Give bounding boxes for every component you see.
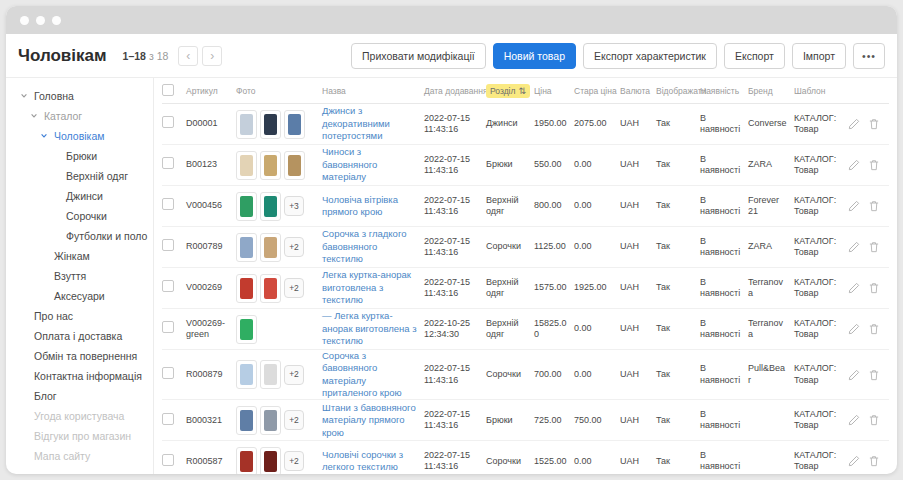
product-name-link[interactable]: Джинси з декоративними потертостями (322, 105, 390, 141)
more-actions-button[interactable]: ••• (853, 43, 885, 69)
product-photo[interactable] (260, 274, 281, 303)
product-photo[interactable] (236, 274, 257, 303)
sidebar-item[interactable]: Головна (6, 86, 153, 106)
product-photo[interactable] (284, 110, 305, 139)
column-header-currency[interactable]: Валюта (620, 86, 656, 96)
product-photo[interactable] (260, 110, 281, 139)
pagination-prev-button[interactable]: ‹ (178, 46, 198, 66)
product-photo[interactable] (236, 447, 257, 474)
export-characteristics-button[interactable]: Експорт характеристик (583, 43, 717, 69)
sidebar-item[interactable]: Відгуки про магазин (6, 426, 153, 446)
delete-icon[interactable] (868, 455, 880, 467)
edit-icon[interactable] (848, 414, 860, 426)
edit-icon[interactable] (848, 200, 860, 212)
product-photo[interactable] (236, 360, 257, 389)
sidebar-item[interactable]: Блог (6, 386, 153, 406)
sidebar-item[interactable]: Сорочки (6, 206, 153, 226)
sidebar-item[interactable]: Жінкам (6, 246, 153, 266)
product-name-link[interactable]: Штани з бавовняного матеріалу прямого кр… (322, 402, 416, 438)
edit-icon[interactable] (848, 282, 860, 294)
more-photos-badge[interactable]: +2 (284, 365, 304, 385)
more-photos-badge[interactable]: +2 (284, 278, 304, 298)
sidebar-item[interactable]: Обмін та повернення (6, 346, 153, 366)
row-checkbox[interactable] (162, 413, 174, 425)
sidebar-item[interactable]: Каталог (6, 106, 153, 126)
export-button[interactable]: Експорт (724, 43, 785, 69)
edit-icon[interactable] (848, 159, 860, 171)
delete-icon[interactable] (868, 369, 880, 381)
product-name-link[interactable]: — Легка куртка-анорак виготовлена з текс… (322, 310, 417, 346)
column-header-photo[interactable]: Фото (236, 86, 322, 96)
column-header-display[interactable]: Відображати (656, 86, 700, 96)
delete-icon[interactable] (868, 200, 880, 212)
column-header-brand[interactable]: Бренд (748, 86, 794, 96)
new-product-button[interactable]: Новий товар (493, 43, 576, 69)
row-checkbox[interactable] (162, 239, 174, 251)
column-header-sku[interactable]: Артикул (186, 86, 236, 96)
product-photo[interactable] (260, 406, 281, 435)
product-photo[interactable] (236, 192, 257, 221)
delete-icon[interactable] (868, 282, 880, 294)
sidebar-item[interactable]: Взуття (6, 266, 153, 286)
delete-icon[interactable] (868, 159, 880, 171)
sidebar-item[interactable]: Мапа сайту (6, 446, 153, 466)
product-photo[interactable] (260, 192, 281, 221)
select-all-checkbox[interactable] (162, 84, 174, 96)
column-header-template[interactable]: Шаблон (794, 86, 848, 96)
product-photo[interactable] (260, 360, 281, 389)
product-photo[interactable] (236, 406, 257, 435)
product-name-link[interactable]: Чоловіча вітрівка прямого крою (322, 194, 398, 217)
hide-modifications-button[interactable]: Приховати модифікації (351, 43, 486, 69)
column-header-price[interactable]: Ціна (534, 86, 574, 96)
more-photos-badge[interactable]: +2 (284, 451, 304, 471)
more-photos-badge[interactable]: +2 (284, 237, 304, 257)
product-photo[interactable] (260, 151, 281, 180)
delete-icon[interactable] (868, 241, 880, 253)
product-photo[interactable] (284, 151, 305, 180)
sidebar-item[interactable]: Футболки и поло (6, 226, 153, 246)
edit-icon[interactable] (848, 118, 860, 130)
row-checkbox[interactable] (162, 280, 174, 292)
sidebar-item[interactable]: Контактна інформація (6, 366, 153, 386)
sidebar-item[interactable]: Про нас (6, 306, 153, 326)
edit-icon[interactable] (848, 369, 860, 381)
column-header-section[interactable]: Розділ ⇅ (486, 84, 534, 98)
row-checkbox[interactable] (162, 157, 174, 169)
product-photo[interactable] (260, 233, 281, 262)
column-header-availability[interactable]: Наявність (700, 86, 748, 96)
product-photo[interactable] (236, 151, 257, 180)
product-name-link[interactable]: Чоловічі сорочки з легкого текстилю (322, 449, 403, 472)
product-name-link[interactable]: Сорочка з бавовняного матеріалу притален… (322, 350, 402, 398)
row-checkbox[interactable] (162, 367, 174, 379)
import-button[interactable]: Імпорт (792, 43, 846, 69)
row-checkbox[interactable] (162, 321, 174, 333)
sidebar-item[interactable]: Оплата і доставка (6, 326, 153, 346)
column-header-date[interactable]: Дата додавання (424, 86, 486, 96)
edit-icon[interactable] (848, 455, 860, 467)
sidebar-item[interactable]: Джинси (6, 186, 153, 206)
product-photo[interactable] (236, 233, 257, 262)
row-checkbox[interactable] (162, 198, 174, 210)
delete-icon[interactable] (868, 323, 880, 335)
sidebar-item[interactable]: Аксесуари (6, 286, 153, 306)
edit-icon[interactable] (848, 241, 860, 253)
row-checkbox[interactable] (162, 454, 174, 466)
product-name-link[interactable]: Чиноси з бавовняного матеріалу (322, 146, 377, 182)
edit-icon[interactable] (848, 323, 860, 335)
product-name-link[interactable]: Легка куртка-анорак виготовлена з тексти… (322, 269, 411, 305)
sidebar-item[interactable]: Угода користувача (6, 406, 153, 426)
sidebar-item[interactable]: Брюки (6, 146, 153, 166)
product-photo[interactable] (236, 315, 257, 344)
more-photos-badge[interactable]: +3 (284, 196, 304, 216)
column-header-old-price[interactable]: Стара ціна (574, 86, 620, 96)
product-name-link[interactable]: Сорочка з гладкого бавовняного текстилю (322, 228, 406, 264)
pagination-next-button[interactable]: › (202, 46, 222, 66)
sidebar-item[interactable]: Верхній одяг (6, 166, 153, 186)
product-photo[interactable] (260, 447, 281, 474)
sidebar-item[interactable]: Чоловікам (6, 126, 153, 146)
more-photos-badge[interactable]: +2 (284, 410, 304, 430)
delete-icon[interactable] (868, 414, 880, 426)
product-photo[interactable] (236, 110, 257, 139)
row-checkbox[interactable] (162, 116, 174, 128)
column-header-name[interactable]: Назва (322, 86, 424, 96)
